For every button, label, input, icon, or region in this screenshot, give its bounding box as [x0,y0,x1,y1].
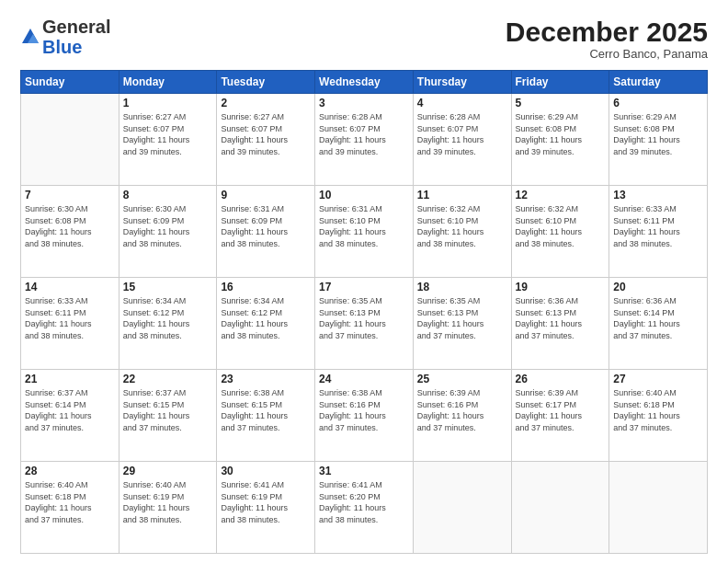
page: General Blue December 2025 Cerro Banco, … [0,0,728,563]
day-number: 2 [221,97,311,109]
calendar-cell: 14Sunrise: 6:33 AM Sunset: 6:11 PM Dayli… [21,278,119,370]
day-number: 17 [319,281,409,293]
day-info: Sunrise: 6:39 AM Sunset: 6:16 PM Dayligh… [417,387,507,433]
logo-icon [20,27,40,47]
calendar-cell: 30Sunrise: 6:41 AM Sunset: 6:19 PM Dayli… [217,462,315,554]
calendar-cell: 26Sunrise: 6:39 AM Sunset: 6:17 PM Dayli… [511,370,609,462]
calendar-cell [21,94,119,186]
calendar-cell: 28Sunrise: 6:40 AM Sunset: 6:18 PM Dayli… [21,462,119,554]
calendar-cell: 5Sunrise: 6:29 AM Sunset: 6:08 PM Daylig… [511,94,609,186]
header-wednesday: Wednesday [315,71,414,94]
day-number: 20 [613,281,703,293]
calendar-week-row-4: 21Sunrise: 6:37 AM Sunset: 6:14 PM Dayli… [21,370,708,462]
day-number: 21 [25,373,115,385]
day-info: Sunrise: 6:40 AM Sunset: 6:19 PM Dayligh… [123,479,213,525]
calendar-cell: 31Sunrise: 6:41 AM Sunset: 6:20 PM Dayli… [315,462,414,554]
calendar-week-row-1: 1Sunrise: 6:27 AM Sunset: 6:07 PM Daylig… [21,94,708,186]
day-info: Sunrise: 6:31 AM Sunset: 6:10 PM Dayligh… [319,203,409,249]
day-info: Sunrise: 6:33 AM Sunset: 6:11 PM Dayligh… [25,295,115,341]
calendar-week-row-2: 7Sunrise: 6:30 AM Sunset: 6:08 PM Daylig… [21,186,708,278]
day-info: Sunrise: 6:35 AM Sunset: 6:13 PM Dayligh… [319,295,409,341]
day-number: 12 [516,189,606,201]
calendar-cell: 20Sunrise: 6:36 AM Sunset: 6:14 PM Dayli… [609,278,708,370]
calendar-cell: 24Sunrise: 6:38 AM Sunset: 6:16 PM Dayli… [315,370,414,462]
day-number: 24 [319,373,409,385]
day-number: 22 [123,373,213,385]
calendar-cell: 1Sunrise: 6:27 AM Sunset: 6:07 PM Daylig… [119,94,217,186]
calendar-cell [609,462,708,554]
calendar-cell: 29Sunrise: 6:40 AM Sunset: 6:19 PM Dayli… [119,462,217,554]
day-number: 26 [516,373,606,385]
logo: General Blue [20,17,110,57]
day-number: 16 [221,281,311,293]
day-info: Sunrise: 6:41 AM Sunset: 6:20 PM Dayligh… [319,479,409,525]
calendar-cell: 25Sunrise: 6:39 AM Sunset: 6:16 PM Dayli… [413,370,511,462]
calendar-cell: 6Sunrise: 6:29 AM Sunset: 6:08 PM Daylig… [609,94,708,186]
calendar-cell [413,462,511,554]
day-number: 6 [613,97,703,109]
day-number: 25 [417,373,507,385]
day-number: 1 [123,97,213,109]
calendar-header-row: Sunday Monday Tuesday Wednesday Thursday… [21,71,708,94]
calendar-cell: 11Sunrise: 6:32 AM Sunset: 6:10 PM Dayli… [413,186,511,278]
logo-text: General Blue [42,17,110,57]
header-sunday: Sunday [21,71,119,94]
calendar-cell: 8Sunrise: 6:30 AM Sunset: 6:09 PM Daylig… [119,186,217,278]
day-info: Sunrise: 6:34 AM Sunset: 6:12 PM Dayligh… [123,295,213,341]
day-number: 9 [221,189,311,201]
day-info: Sunrise: 6:33 AM Sunset: 6:11 PM Dayligh… [613,203,703,249]
day-number: 10 [319,189,409,201]
day-number: 27 [613,373,703,385]
calendar-cell [511,462,609,554]
calendar-cell: 16Sunrise: 6:34 AM Sunset: 6:12 PM Dayli… [217,278,315,370]
calendar-cell: 9Sunrise: 6:31 AM Sunset: 6:09 PM Daylig… [217,186,315,278]
day-number: 4 [417,97,507,109]
day-number: 14 [25,281,115,293]
calendar-cell: 21Sunrise: 6:37 AM Sunset: 6:14 PM Dayli… [21,370,119,462]
calendar-week-row-5: 28Sunrise: 6:40 AM Sunset: 6:18 PM Dayli… [21,462,708,554]
day-info: Sunrise: 6:36 AM Sunset: 6:14 PM Dayligh… [613,295,703,341]
title-month: December 2025 [506,17,708,47]
header-saturday: Saturday [609,71,708,94]
calendar-cell: 12Sunrise: 6:32 AM Sunset: 6:10 PM Dayli… [511,186,609,278]
day-info: Sunrise: 6:39 AM Sunset: 6:17 PM Dayligh… [516,387,606,433]
day-number: 23 [221,373,311,385]
day-info: Sunrise: 6:41 AM Sunset: 6:19 PM Dayligh… [221,479,311,525]
day-info: Sunrise: 6:37 AM Sunset: 6:15 PM Dayligh… [123,387,213,433]
day-number: 3 [319,97,409,109]
day-number: 28 [25,465,115,477]
header-thursday: Thursday [413,71,511,94]
calendar-cell: 19Sunrise: 6:36 AM Sunset: 6:13 PM Dayli… [511,278,609,370]
day-info: Sunrise: 6:27 AM Sunset: 6:07 PM Dayligh… [221,111,311,157]
day-info: Sunrise: 6:32 AM Sunset: 6:10 PM Dayligh… [417,203,507,249]
calendar-cell: 4Sunrise: 6:28 AM Sunset: 6:07 PM Daylig… [413,94,511,186]
calendar-cell: 17Sunrise: 6:35 AM Sunset: 6:13 PM Dayli… [315,278,414,370]
day-info: Sunrise: 6:40 AM Sunset: 6:18 PM Dayligh… [613,387,703,433]
logo-general: General [42,17,110,37]
calendar-cell: 27Sunrise: 6:40 AM Sunset: 6:18 PM Dayli… [609,370,708,462]
header: General Blue December 2025 Cerro Banco, … [20,17,708,61]
calendar-cell: 10Sunrise: 6:31 AM Sunset: 6:10 PM Dayli… [315,186,414,278]
day-number: 19 [516,281,606,293]
day-info: Sunrise: 6:40 AM Sunset: 6:18 PM Dayligh… [25,479,115,525]
day-number: 5 [516,97,606,109]
day-number: 13 [613,189,703,201]
header-monday: Monday [119,71,217,94]
calendar-week-row-3: 14Sunrise: 6:33 AM Sunset: 6:11 PM Dayli… [21,278,708,370]
day-number: 18 [417,281,507,293]
title-location: Cerro Banco, Panama [506,47,708,61]
day-info: Sunrise: 6:34 AM Sunset: 6:12 PM Dayligh… [221,295,311,341]
calendar-cell: 3Sunrise: 6:28 AM Sunset: 6:07 PM Daylig… [315,94,414,186]
day-info: Sunrise: 6:30 AM Sunset: 6:09 PM Dayligh… [123,203,213,249]
calendar-cell: 23Sunrise: 6:38 AM Sunset: 6:15 PM Dayli… [217,370,315,462]
header-friday: Friday [511,71,609,94]
day-info: Sunrise: 6:38 AM Sunset: 6:15 PM Dayligh… [221,387,311,433]
day-info: Sunrise: 6:38 AM Sunset: 6:16 PM Dayligh… [319,387,409,433]
day-number: 31 [319,465,409,477]
day-info: Sunrise: 6:32 AM Sunset: 6:10 PM Dayligh… [516,203,606,249]
header-tuesday: Tuesday [217,71,315,94]
calendar-cell: 2Sunrise: 6:27 AM Sunset: 6:07 PM Daylig… [217,94,315,186]
day-info: Sunrise: 6:29 AM Sunset: 6:08 PM Dayligh… [613,111,703,157]
day-info: Sunrise: 6:35 AM Sunset: 6:13 PM Dayligh… [417,295,507,341]
day-info: Sunrise: 6:30 AM Sunset: 6:08 PM Dayligh… [25,203,115,249]
